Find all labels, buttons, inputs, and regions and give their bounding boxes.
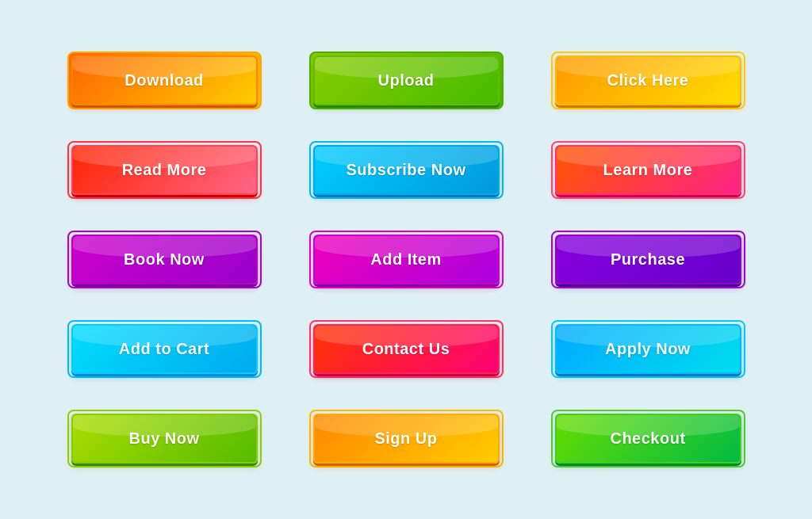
upload-button[interactable]: Upload xyxy=(313,55,500,105)
applynow-button[interactable]: Apply Now xyxy=(555,324,741,374)
button-wrap-applynow: Apply Now xyxy=(551,320,745,378)
signup-button[interactable]: Sign Up xyxy=(313,414,500,464)
clickhere-button[interactable]: Click Here xyxy=(555,55,741,105)
button-wrap-addtocart: Add to Cart xyxy=(67,320,262,378)
button-wrap-readmore: Read More xyxy=(67,141,262,199)
button-wrap-booknow: Book Now xyxy=(67,231,262,288)
button-wrap-checkout: Checkout xyxy=(551,410,745,467)
button-wrap-additem: Add Item xyxy=(309,231,504,288)
button-wrap-purchase: Purchase xyxy=(551,231,745,288)
buynow-button[interactable]: Buy Now xyxy=(71,414,258,464)
button-wrap-buynow: Buy Now xyxy=(67,410,262,467)
button-grid: DownloadUploadClick HereRead MoreSubscri… xyxy=(36,20,777,499)
purchase-button[interactable]: Purchase xyxy=(555,235,741,284)
button-wrap-contactus: Contact Us xyxy=(309,320,504,378)
button-wrap-download: Download xyxy=(67,52,262,109)
button-wrap-clickhere: Click Here xyxy=(551,52,745,109)
addtocart-button[interactable]: Add to Cart xyxy=(71,324,258,374)
button-wrap-upload: Upload xyxy=(309,52,504,109)
readmore-button[interactable]: Read More xyxy=(71,145,258,195)
subscribe-button[interactable]: Subscribe Now xyxy=(313,145,500,195)
button-wrap-learnmore: Learn More xyxy=(551,141,745,199)
checkout-button[interactable]: Checkout xyxy=(555,414,741,464)
button-wrap-subscribe: Subscribe Now xyxy=(309,141,504,199)
learnmore-button[interactable]: Learn More xyxy=(555,145,741,195)
booknow-button[interactable]: Book Now xyxy=(71,235,258,284)
additem-button[interactable]: Add Item xyxy=(313,235,500,284)
download-button[interactable]: Download xyxy=(71,55,258,105)
button-wrap-signup: Sign Up xyxy=(309,410,504,467)
contactus-button[interactable]: Contact Us xyxy=(313,324,500,374)
